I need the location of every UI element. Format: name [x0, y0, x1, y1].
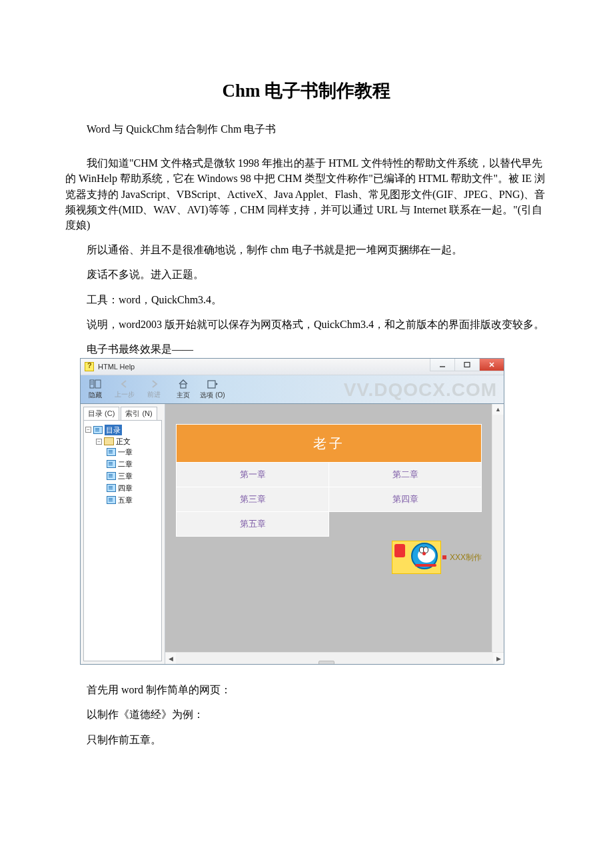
forward-button[interactable]: 前进 — [139, 375, 169, 403]
paragraph: 电子书最终效果是—— — [65, 341, 548, 357]
chapter-link-2[interactable]: 第二章 — [329, 463, 482, 487]
navigation-pane: 目录 (C) 索引 (N) − 目录 — [81, 404, 165, 664]
paragraph: 工具：word，QuickChm3.4。 — [65, 292, 548, 307]
home-button[interactable]: 主页 — [169, 375, 198, 403]
contents-tree: − 目录 − 正文 — [85, 423, 160, 507]
back-label: 上一步 — [115, 390, 135, 399]
chapter-link-4[interactable]: 第四章 — [329, 487, 482, 512]
window-buttons — [430, 359, 504, 371]
paragraph: 我们知道"CHM 文件格式是微软 1998 年推出的基于 HTML 文件特性的帮… — [65, 155, 548, 233]
tree-ch5-label: 五章 — [118, 495, 133, 505]
html-help-window: HTML Help 隐藏 上一步 — [80, 358, 504, 665]
chapter-row: 第一章 第二章 — [177, 463, 482, 487]
hide-button[interactable]: 隐藏 — [81, 375, 110, 403]
chapter-link-1[interactable]: 第一章 — [177, 463, 329, 487]
tree-body[interactable]: − 正文 — [96, 436, 131, 447]
svg-rect-8 — [181, 384, 186, 388]
chapter-row: 第三章 第四章 — [177, 487, 482, 512]
folder-icon — [104, 437, 114, 445]
doraemon-image — [392, 541, 441, 574]
options-label: 选项 (O) — [200, 391, 225, 400]
credit-text: XXX制作 — [450, 552, 482, 563]
document-icon — [107, 460, 116, 468]
close-button[interactable] — [479, 359, 504, 371]
window-titlebar: HTML Help — [81, 359, 504, 375]
minimize-button[interactable] — [430, 359, 454, 371]
hide-label: 隐藏 — [89, 391, 102, 400]
document-icon — [107, 472, 116, 480]
document-page: Chm 电子书制作教程 Word 与 QuickChm 结合制作 Chm 电子书… — [0, 0, 613, 797]
chapter-link-3[interactable]: 第三章 — [177, 487, 329, 512]
forward-label: 前进 — [147, 390, 161, 399]
tree-root-label: 目录 — [105, 425, 122, 435]
bullet-icon — [442, 555, 446, 559]
tree-body-label: 正文 — [116, 436, 131, 447]
tree-item-ch2[interactable]: 二章 — [107, 459, 133, 469]
horizontal-scrollbar[interactable]: ◀ ▶ — [165, 652, 504, 664]
maximize-button[interactable] — [454, 359, 479, 371]
book-table: 老子 第一章 第二章 第三章 第四章 第五章 — [176, 424, 482, 537]
scroll-up-icon[interactable]: ▲ — [492, 404, 504, 415]
tree-item-ch1[interactable]: 一章 — [107, 447, 133, 457]
paragraph: 废话不多说。进入正题。 — [65, 267, 548, 282]
chapter-row: 第五章 — [177, 512, 482, 537]
collapse-icon[interactable]: − — [96, 439, 102, 445]
toolbar: 隐藏 上一步 前进 主页 选项 (O) VV.DQOCX.COM — [81, 375, 504, 404]
collapse-icon[interactable]: − — [85, 427, 91, 433]
content-pane: 老子 第一章 第二章 第三章 第四章 第五章 — [165, 404, 504, 664]
svg-rect-5 — [95, 380, 101, 388]
paragraph: 只制作前五章。 — [65, 732, 548, 747]
watermark-text: VV.DQOCX.COM — [344, 379, 497, 401]
tab-contents[interactable]: 目录 (C) — [83, 407, 119, 420]
page-title: Chm 电子书制作教程 — [65, 79, 548, 103]
scroll-thumb[interactable] — [318, 661, 334, 665]
nav-tabs: 目录 (C) 索引 (N) — [81, 404, 165, 420]
tree-ch1-label: 一章 — [118, 447, 133, 457]
tree-area: − 目录 − 正文 — [83, 420, 162, 661]
tree-item-ch3[interactable]: 三章 — [107, 471, 133, 481]
paragraph: 说明，word2003 版开始就可以保存为网页格式，QuickChm3.4，和之… — [65, 317, 548, 332]
tab-index[interactable]: 索引 (N) — [121, 407, 157, 420]
tree-root[interactable]: − 目录 — [85, 425, 122, 435]
tree-ch2-label: 二章 — [118, 459, 133, 469]
document-icon — [107, 484, 116, 492]
options-button[interactable]: 选项 (O) — [198, 375, 227, 403]
tree-item-ch5[interactable]: 五章 — [107, 495, 133, 505]
help-icon — [85, 362, 94, 371]
tree-ch3-label: 三章 — [118, 471, 133, 481]
home-label: 主页 — [177, 391, 190, 400]
paragraph: Word 与 QuickChm 结合制作 Chm 电子书 — [65, 121, 548, 137]
document-icon — [93, 426, 103, 434]
svg-rect-1 — [464, 363, 470, 367]
window-title: HTML Help — [98, 363, 135, 371]
svg-rect-9 — [208, 381, 215, 388]
tree-ch4-label: 四章 — [118, 483, 133, 493]
document-icon — [107, 448, 116, 456]
empty-cell — [329, 512, 482, 537]
content-inner: 老子 第一章 第二章 第三章 第四章 第五章 — [165, 404, 492, 653]
scroll-left-icon[interactable]: ◀ — [165, 653, 176, 664]
intro-block: Word 与 QuickChm 结合制作 Chm 电子书 — [65, 121, 548, 137]
chapter-link-5[interactable]: 第五章 — [177, 512, 329, 537]
book-title-row: 老子 — [177, 425, 482, 463]
book-title: 老子 — [177, 425, 482, 463]
paragraph: 以制作《道德经》为例： — [65, 707, 548, 722]
paragraph: 所以通俗、并且不是很准确地说，制作 chm 电子书就是把一堆网页捆绑在一起。 — [65, 242, 548, 257]
document-icon — [107, 496, 116, 504]
help-body: 目录 (C) 索引 (N) − 目录 — [81, 404, 504, 664]
scroll-right-icon[interactable]: ▶ — [493, 653, 504, 664]
vertical-scrollbar[interactable]: ▲ — [492, 404, 504, 653]
tree-item-ch4[interactable]: 四章 — [107, 483, 133, 493]
credit-block: XXX制作 — [176, 541, 482, 574]
paragraph: 首先用 word 制作简单的网页： — [65, 682, 548, 697]
back-button[interactable]: 上一步 — [110, 375, 139, 403]
